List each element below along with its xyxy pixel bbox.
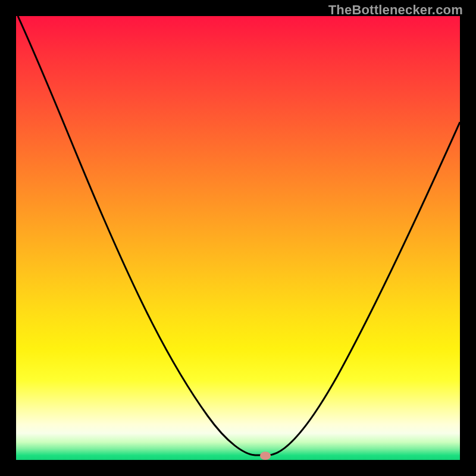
watermark-text: TheBottlenecker.com (328, 2, 463, 18)
optimal-point-marker (260, 452, 271, 460)
plot-gradient-background (16, 16, 460, 460)
chart-container: TheBottlenecker.com (0, 0, 476, 476)
